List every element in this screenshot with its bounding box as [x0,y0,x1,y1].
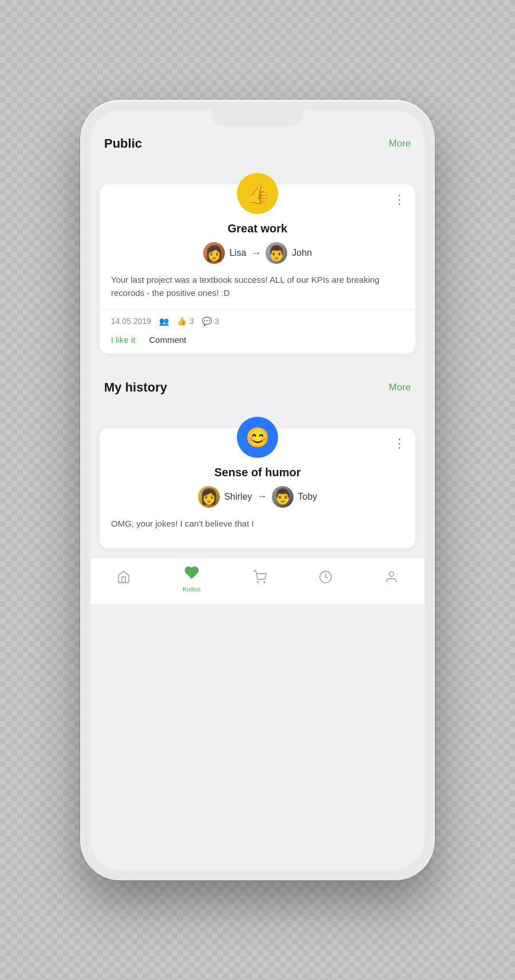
home-icon [117,570,130,587]
card-divider [100,309,415,310]
history-card-icon-wrap: 😊 [111,417,404,458]
comments-item: 💬 3 [202,317,219,326]
svg-point-0 [258,582,259,583]
group-item: 👥 [159,317,169,326]
public-section-header: Public More [90,126,425,159]
spacer [90,363,425,370]
phone-screen-area: Public More 👍 ⋮ Great work [90,110,425,870]
likes-item: 👍 3 [177,317,194,326]
like-button[interactable]: I like it [111,335,136,345]
history-title: My history [104,380,167,395]
history-sender-name: Shirley [224,492,252,502]
history-arrow-icon: → [257,491,267,503]
svg-point-1 [264,582,265,583]
public-card-container: 👍 ⋮ Great work Lisa → John [90,159,425,354]
phone-screen: Public More 👍 ⋮ Great work [90,126,425,870]
history-receiver-name: Toby [298,492,318,502]
history-card-body: OMG, your jokes! I can't believe that I [111,517,404,530]
public-card-title: Great work [111,222,404,235]
public-card-body: Your last project was a textbook success… [111,273,404,300]
likes-icon: 👍 [177,317,187,326]
public-card-menu-button[interactable]: ⋮ [393,193,406,206]
kudos-heart-icon [184,565,199,583]
profile-icon [385,570,398,587]
history-section-header: My history More [90,370,425,403]
public-title: Public [104,136,142,151]
public-card-icon-wrap: 👍 [111,173,404,214]
history-card-title: Sense of humor [111,466,404,479]
comment-button[interactable]: Comment [149,335,187,345]
history-card-menu-button[interactable]: ⋮ [393,437,406,450]
clock-icon [319,570,332,587]
lisa-face-icon [205,244,223,262]
smiley-icon: 😊 [245,426,270,449]
comments-icon: 💬 [202,317,212,326]
nav-item-home[interactable] [117,570,130,587]
history-card-container: 😊 ⋮ Sense of humor Shirley → [90,403,425,548]
nav-item-cart[interactable] [253,570,267,587]
history-card-icon: 😊 [237,417,278,458]
phone-frame: Public More 👍 ⋮ Great work [80,100,435,880]
phone-notch [212,110,303,126]
svg-point-3 [389,572,394,576]
shirley-face-icon [200,488,218,505]
likes-count: 3 [189,317,194,326]
toby-face-icon [274,488,292,505]
bottom-navigation: Kudos [90,558,425,604]
john-face-icon [267,244,286,262]
nav-item-history[interactable] [319,570,332,587]
thumbs-up-icon: 👍 [245,182,270,205]
nav-item-profile[interactable] [385,570,398,587]
history-more-button[interactable]: More [389,382,411,393]
avatar-john [266,242,287,264]
group-icon: 👥 [159,317,169,326]
kudos-label: Kudos [183,586,200,592]
avatar-shirley [198,486,220,508]
history-card: 😊 ⋮ Sense of humor Shirley → [100,428,415,548]
public-more-button[interactable]: More [389,138,411,149]
sender-name: Lisa [229,248,246,258]
date-text: 14.05.2019 [111,317,151,326]
date-item: 14.05.2019 [111,317,151,326]
cart-icon [253,570,267,587]
comments-count: 3 [215,317,219,326]
public-card-actions: I like it Comment [111,333,404,345]
public-card-participants: Lisa → John [111,242,404,264]
avatar-lisa [203,242,225,264]
public-card-meta: 14.05.2019 👥 👍 3 💬 3 [111,317,404,326]
arrow-icon: → [251,247,261,259]
public-card: 👍 ⋮ Great work Lisa → John [100,184,415,354]
nav-item-kudos[interactable]: Kudos [183,565,200,592]
receiver-name: John [292,248,312,258]
history-card-participants: Shirley → Toby [111,486,404,508]
avatar-toby [272,486,294,508]
public-card-icon: 👍 [237,173,278,214]
